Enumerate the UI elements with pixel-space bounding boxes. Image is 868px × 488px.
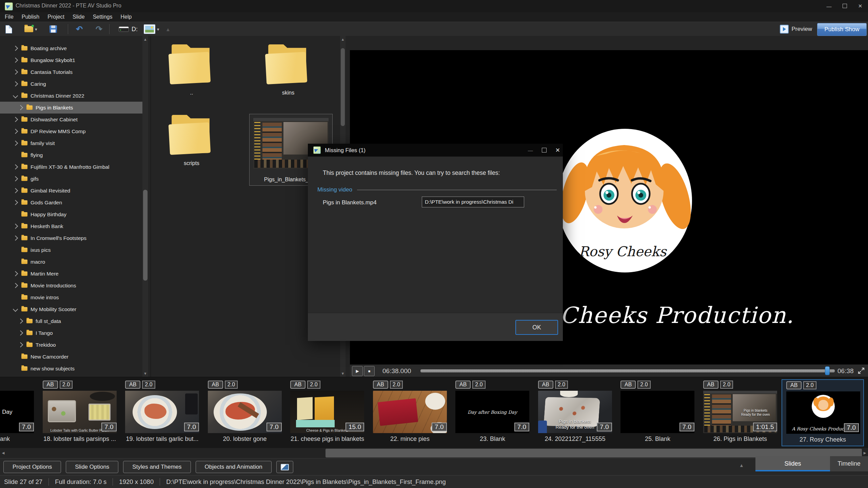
tree-item-boating-archive[interactable]: Boating archive <box>0 42 148 54</box>
transition-time-badge[interactable]: 2.0 <box>307 381 320 389</box>
menu-slide[interactable]: Slide <box>73 14 85 20</box>
file-scrollbar-thumb[interactable] <box>341 48 345 126</box>
slide-cell[interactable]: Day7.0ank <box>0 379 38 446</box>
ab-transition-badge[interactable]: AB <box>208 381 223 389</box>
ab-transition-badge[interactable]: AB <box>455 381 471 389</box>
chevron-right-icon[interactable] <box>13 200 18 205</box>
dialog-close-button[interactable]: ✕ <box>555 147 560 154</box>
chevron-right-icon[interactable] <box>13 58 18 63</box>
tree-item-cantasia-tutorials[interactable]: Cantasia Tutorials <box>0 66 148 78</box>
scroll-right-icon[interactable]: ► <box>863 450 867 455</box>
duration-badge[interactable]: 7.0 <box>19 423 34 431</box>
chevron-right-icon[interactable] <box>13 129 18 134</box>
scroll-down-icon[interactable]: ▼ <box>142 371 148 375</box>
open-dropdown-caret-icon[interactable]: ▾ <box>35 27 37 32</box>
slide-options-button[interactable]: Slide Options <box>66 461 118 473</box>
ab-transition-badge[interactable]: AB <box>43 381 58 389</box>
tree-item-dishwasher-cabinet[interactable]: Dishwasher Cabinet <box>0 114 148 125</box>
tree-item-pigs-in-blankets[interactable]: Pigs in Blankets <box>0 102 148 114</box>
tree-item-martin-mere[interactable]: Martin Mere <box>0 268 148 280</box>
drive-selector[interactable]: D: <box>119 22 138 36</box>
tree-item-family-visit[interactable]: family visit <box>0 137 148 149</box>
collapse-panel-icon[interactable]: ▲ <box>739 463 744 468</box>
file-path-input[interactable] <box>422 197 524 207</box>
duration-badge[interactable]: 7.0 <box>101 423 116 431</box>
menu-settings[interactable]: Settings <box>93 14 113 20</box>
tree-item-bungalow-skybolt1[interactable]: Bungalow Skybolt1 <box>0 54 148 66</box>
tree-item-new-show-subjects[interactable]: new show subjects <box>0 363 148 374</box>
close-button[interactable]: ✕ <box>852 3 868 9</box>
duration-badge[interactable]: 1:01.5 <box>753 423 777 431</box>
transition-time-badge[interactable]: 2.0 <box>720 381 733 389</box>
redo-button[interactable]: ↷ <box>96 22 102 36</box>
image-view-button[interactable]: ▾ <box>144 22 159 36</box>
tree-item-movie-intros[interactable]: movie intros <box>0 291 148 303</box>
chevron-right-icon[interactable] <box>13 141 18 146</box>
play-button[interactable]: ▶ <box>352 366 363 376</box>
transition-time-badge[interactable]: 2.0 <box>225 381 238 389</box>
tree-item-i-tango[interactable]: I Tango <box>0 327 148 339</box>
chevron-down-icon[interactable] <box>13 307 18 312</box>
duration-badge[interactable]: 15.0 <box>346 423 364 431</box>
menu-help[interactable]: Help <box>120 14 132 20</box>
transition-time-badge[interactable]: 2.0 <box>60 381 73 389</box>
save-button[interactable] <box>50 22 57 36</box>
tree-item-my-mobility-scooter[interactable]: My Mobility Scooter <box>0 303 148 315</box>
dialog-minimize-button[interactable]: — <box>528 147 533 153</box>
tree-item-gimbal-revisited[interactable]: Gimbal Revisited <box>0 185 148 197</box>
stop-button[interactable]: ■ <box>364 366 375 376</box>
chevron-right-icon[interactable] <box>13 236 18 241</box>
undo-button[interactable]: ↶ <box>76 22 83 36</box>
transition-time-badge[interactable]: 2.0 <box>803 381 816 389</box>
tree-item-macro[interactable]: macro <box>0 256 148 268</box>
chevron-right-icon[interactable] <box>13 224 18 229</box>
scroll-left-icon[interactable]: ◄ <box>1 450 5 455</box>
styles-and-themes-button[interactable]: Styles and Themes <box>123 461 191 473</box>
ab-transition-badge[interactable]: AB <box>125 381 140 389</box>
image-dropdown-caret-icon[interactable]: ▾ <box>157 27 159 32</box>
slide-cell[interactable]: AB2.0Pigs in blanketsReady for the oven7… <box>534 379 616 446</box>
tree-item-dp-review-mms-comp[interactable]: DP Review MMS Comp <box>0 125 148 137</box>
chevron-right-icon[interactable] <box>13 69 18 75</box>
chevron-right-icon[interactable] <box>13 46 18 51</box>
scroll-down-icon[interactable]: ▼ <box>340 371 346 375</box>
tree-item-happy-birthday[interactable]: Happy Birthday <box>0 208 148 220</box>
tree-item-full-st-data[interactable]: full st_data <box>0 315 148 327</box>
slide-cell[interactable]: AB2.0Lobster Tails with Garlic Butter Pa… <box>39 379 121 446</box>
fullscreen-button[interactable] <box>857 367 865 375</box>
transition-time-badge[interactable]: 2.0 <box>142 381 155 389</box>
slide-cell[interactable]: AB2.0Pigs in blanketsReady for the oven1… <box>699 379 782 446</box>
new-project-button[interactable] <box>5 22 12 36</box>
preview-button[interactable]: Preview <box>776 24 815 35</box>
chevron-right-icon[interactable] <box>13 164 18 170</box>
slide-cell[interactable]: AB2.0Day after Boxing Day7.023. Blank <box>451 379 534 446</box>
tree-item-gifs[interactable]: gifs <box>0 173 148 185</box>
seek-slider-thumb[interactable] <box>825 366 830 375</box>
ok-button[interactable]: OK <box>515 320 558 335</box>
slide-cell[interactable]: AB2.07.025. Blank <box>616 379 699 446</box>
ab-transition-badge[interactable]: AB <box>620 381 636 389</box>
tree-item-flying[interactable]: flying <box>0 149 148 161</box>
menu-project[interactable]: Project <box>47 14 64 20</box>
duration-badge[interactable]: 7.0 <box>844 423 859 432</box>
transition-time-badge[interactable]: 2.0 <box>555 381 568 389</box>
chevron-right-icon[interactable] <box>13 283 18 288</box>
chevron-right-icon[interactable] <box>18 330 23 336</box>
tree-item-christmas-dinner-2022[interactable]: Christmas Dinner 2022 <box>0 90 148 102</box>
chevron-right-icon[interactable] <box>13 271 18 277</box>
chevron-down-icon[interactable] <box>13 93 18 99</box>
transition-time-badge[interactable]: 2.0 <box>390 381 403 389</box>
objects-editor-icon-button[interactable] <box>276 461 293 473</box>
tab-timeline[interactable]: Timeline <box>830 456 868 471</box>
tree-item-fujifilm-xt-30-manfrotto-gimbal[interactable]: Fujifilm XT-30 & Manfrotto Gimbal <box>0 161 148 173</box>
menu-file[interactable]: File <box>5 14 14 20</box>
chevron-right-icon[interactable] <box>13 176 18 182</box>
transition-time-badge[interactable]: 2.0 <box>637 381 650 389</box>
slide-cell[interactable]: AB2.07.019. lobster tails garlic but... <box>121 379 203 446</box>
menu-publish[interactable]: Publish <box>22 14 39 20</box>
tree-item-movie-introductions[interactable]: Movie Introductions <box>0 280 148 291</box>
chevron-right-icon[interactable] <box>18 319 23 324</box>
slide-cell[interactable]: AB2.0A Rosy Cheeks Production.7.027. Ros… <box>782 379 864 446</box>
tree-item-in-cromwell-s-footsteps[interactable]: In Cromwell's Footsteps <box>0 232 148 244</box>
duration-badge[interactable]: 7.0 <box>597 423 612 431</box>
